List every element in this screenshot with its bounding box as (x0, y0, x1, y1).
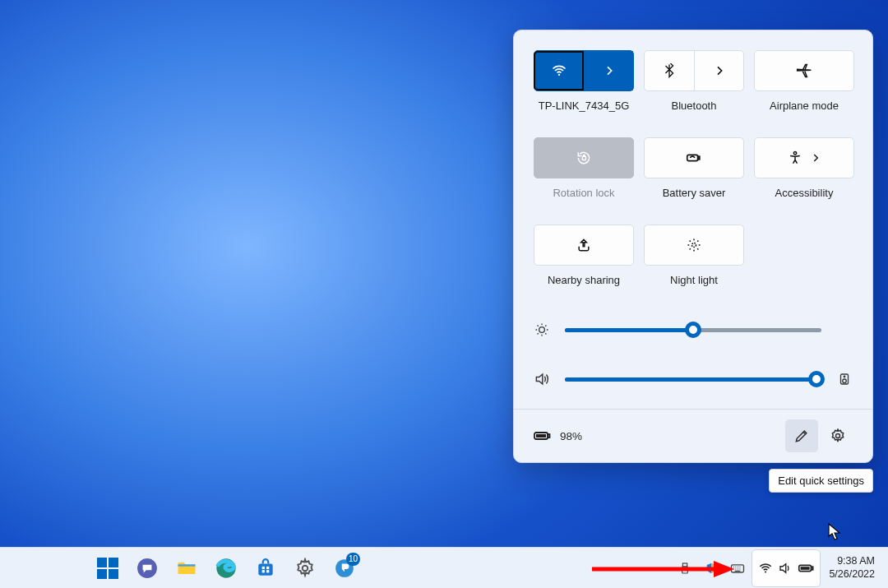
rotation-lock-icon (576, 150, 592, 166)
clock-date: 5/26/2022 (829, 568, 875, 581)
svg-point-26 (765, 571, 766, 572)
svg-point-21 (303, 565, 308, 571)
wifi-expand[interactable] (584, 51, 633, 90)
nightlight-tile: Night light (644, 225, 744, 303)
windows-logo-icon (97, 558, 118, 579)
volume-icon (534, 371, 550, 387)
keyboard-icon (729, 560, 746, 576)
taskbar-clock[interactable]: 9:38 AM 5/26/2022 (822, 555, 881, 581)
wifi-button[interactable] (534, 50, 634, 91)
taskbar: 10 9:38 AM 5/26/2022 (0, 547, 888, 588)
accessibility-button[interactable] (754, 137, 854, 178)
chevron-right-icon (713, 64, 726, 77)
svg-point-4 (793, 152, 796, 155)
svg-point-5 (692, 243, 696, 248)
wifi-toggle[interactable] (534, 51, 584, 90)
bluetooth-label: Bluetooth (672, 100, 717, 129)
chevron-right-icon (810, 152, 821, 164)
battery-saver-tile: Battery saver (644, 137, 744, 216)
tray-wifi[interactable] (756, 552, 775, 585)
svg-point-13 (836, 434, 840, 438)
svg-rect-17 (262, 566, 265, 568)
svg-point-9 (844, 376, 845, 377)
bluetooth-icon (662, 63, 677, 78)
battery-status[interactable]: 98% (532, 426, 582, 446)
wifi-icon (551, 63, 567, 79)
clock-time: 9:38 AM (829, 555, 875, 568)
night-light-icon (686, 237, 702, 253)
nearby-tile: Nearby sharing (534, 225, 634, 303)
wifi-tile: TP-LINK_7434_5G (534, 50, 634, 129)
svg-rect-29 (801, 567, 810, 570)
airplane-label: Airplane mode (770, 100, 839, 129)
accessibility-tile: Accessibility (754, 137, 854, 216)
taskbar-tray: 9:38 AM 5/26/2022 (673, 548, 881, 588)
taskbar-center: 10 (90, 551, 362, 586)
battery-icon (797, 559, 815, 577)
accessibility-label: Accessibility (775, 187, 834, 216)
wifi-icon (758, 561, 773, 576)
volume-icon (778, 561, 793, 576)
svg-rect-19 (262, 570, 265, 572)
svg-point-0 (557, 74, 559, 76)
battery-saver-button[interactable] (644, 137, 744, 178)
gear-icon (294, 558, 316, 579)
svg-point-6 (539, 327, 545, 333)
store-icon (255, 558, 276, 579)
pencil-icon (793, 428, 810, 444)
shield-icon (705, 562, 718, 575)
tooltip: Edit quick settings (769, 469, 873, 493)
rotation-button (534, 137, 634, 178)
accessibility-icon (787, 150, 803, 166)
quick-settings-footer: 98% (514, 409, 872, 462)
share-icon (576, 237, 592, 253)
svg-point-8 (843, 379, 847, 383)
taskbar-settings[interactable] (288, 551, 322, 586)
taskbar-file-explorer[interactable] (169, 551, 204, 586)
taskbar-edge[interactable] (209, 551, 243, 586)
taskbar-feedback-hub[interactable]: 10 (327, 551, 362, 586)
volume-slider[interactable] (565, 377, 821, 382)
airplane-button[interactable] (754, 50, 854, 91)
bluetooth-expand[interactable] (694, 51, 743, 90)
tray-battery[interactable] (795, 552, 816, 585)
folder-icon (175, 557, 198, 580)
start-button[interactable] (90, 551, 125, 586)
battery-saver-label: Battery saver (663, 187, 726, 216)
all-settings-button[interactable] (821, 419, 854, 452)
rotation-tile: Rotation lock (534, 137, 634, 216)
svg-rect-1 (582, 156, 585, 160)
badge-count: 10 (346, 553, 360, 566)
rotation-label: Rotation lock (553, 187, 614, 216)
taskbar-store[interactable] (248, 551, 283, 586)
nearby-button[interactable] (534, 225, 634, 266)
chat-icon (136, 558, 158, 579)
tray-touch-keyboard[interactable] (725, 552, 750, 585)
tray-usb[interactable] (673, 552, 697, 585)
svg-rect-18 (266, 566, 269, 568)
edit-quick-settings-button[interactable] (785, 419, 818, 452)
taskbar-chat[interactable] (130, 551, 164, 586)
tray-security[interactable] (699, 552, 724, 585)
quick-settings-panel: TP-LINK_7434_5G Bluetooth (513, 30, 873, 463)
brightness-slider[interactable] (565, 328, 821, 332)
airplane-tile: Airplane mode (754, 50, 854, 129)
airplane-icon (796, 63, 812, 79)
bluetooth-tile: Bluetooth (644, 50, 744, 129)
usb-icon (678, 562, 691, 575)
gear-icon (830, 428, 846, 444)
tooltip-text: Edit quick settings (778, 475, 864, 487)
tray-volume[interactable] (775, 552, 795, 585)
nightlight-button[interactable] (644, 225, 744, 266)
battery-icon (532, 426, 552, 446)
edge-icon (215, 557, 238, 580)
audio-output-button[interactable] (836, 372, 853, 387)
bluetooth-toggle[interactable] (645, 51, 694, 90)
wifi-label: TP-LINK_7434_5G (539, 100, 630, 129)
bluetooth-button[interactable] (644, 50, 744, 91)
nearby-label: Nearby sharing (548, 274, 620, 303)
svg-rect-11 (548, 434, 550, 438)
tray-quick-settings-cluster[interactable] (752, 549, 821, 587)
battery-percent: 98% (560, 430, 582, 442)
chevron-right-icon (603, 64, 616, 77)
